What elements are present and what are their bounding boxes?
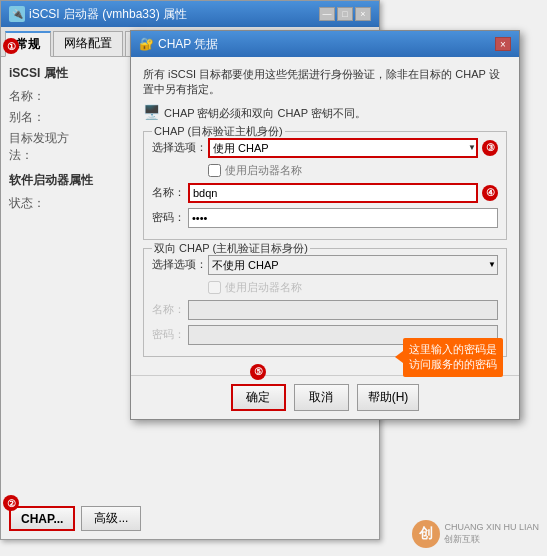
- titlebar-controls: — □ ×: [319, 7, 371, 21]
- prop-label-discovery: 目标发现方法：: [9, 130, 89, 164]
- prop-label-name: 名称：: [9, 88, 89, 105]
- chap-name-input[interactable]: [188, 183, 478, 203]
- confirm-wrapper: ⑤ 确定: [231, 384, 286, 411]
- mutual-chap-name-row: 名称：: [152, 300, 498, 320]
- dialog-footer: ⑤ 确定 取消 帮助(H): [131, 375, 519, 419]
- annotation-tooltip: 这里输入的密码是访问服务的的密码: [403, 338, 503, 377]
- main-titlebar: 🔌 iSCSI 启动器 (vmhba33) 属性 — □ ×: [1, 1, 379, 27]
- advanced-button[interactable]: 高级...: [81, 506, 141, 531]
- chap-name-label: 名称：: [152, 185, 188, 200]
- mutual-chap-section-title: 双向 CHAP (主机验证目标身份): [152, 241, 310, 256]
- help-button[interactable]: 帮助(H): [357, 384, 420, 411]
- watermark-line2: 创新互联: [444, 534, 539, 546]
- chap-select-row: 选择选项： 使用 CHAP 不使用 CHAP ③: [152, 138, 498, 158]
- dialog-info-text: 所有 iSCSI 目标都要使用这些凭据进行身份验证，除非在目标的 CHAP 设置…: [143, 67, 507, 98]
- mutual-chap-select-row: 选择选项： 不使用 CHAP 使用 CHAP ▼: [152, 255, 498, 275]
- mutual-chap-select[interactable]: 不使用 CHAP 使用 CHAP: [208, 255, 498, 275]
- chap-select-wrapper: 使用 CHAP 不使用 CHAP: [208, 138, 478, 158]
- watermark: 创 CHUANG XIN HU LIAN 创新互联: [412, 520, 539, 548]
- chap-section-title: CHAP (目标验证主机身份): [152, 124, 285, 139]
- chap-dialog: 🔐 CHAP 凭据 × 所有 iSCSI 目标都要使用这些凭据进行身份验证，除非…: [130, 30, 520, 420]
- annotation-circle-3: ③: [482, 140, 498, 156]
- chap-button[interactable]: CHAP...: [9, 506, 75, 531]
- tab-network[interactable]: 网络配置: [53, 31, 123, 56]
- mutual-chap-secret-label: 密码：: [152, 327, 188, 342]
- chap-secret-label: 密码：: [152, 210, 188, 225]
- prop-label-alias: 别名：: [9, 109, 89, 126]
- annotation-circle-2: ②: [3, 495, 19, 511]
- watermark-logo: 创: [412, 520, 440, 548]
- chap-section: CHAP (目标验证主机身份) 选择选项： 使用 CHAP 不使用 CHAP ③…: [143, 131, 507, 240]
- watermark-logo-text: 创: [419, 525, 433, 543]
- annotation-text: 这里输入的密码是访问服务的的密码: [409, 343, 497, 370]
- note-icon: 🖥️: [143, 104, 160, 120]
- mutual-chap-name-label: 名称：: [152, 302, 188, 317]
- close-button[interactable]: ×: [355, 7, 371, 21]
- annotation-circle-1: ①: [3, 38, 19, 54]
- chap-checkbox-label: 使用启动器名称: [225, 163, 302, 178]
- chap-secret-input[interactable]: [188, 208, 498, 228]
- mutual-chap-select-label: 选择选项：: [152, 257, 208, 272]
- chap-select[interactable]: 使用 CHAP 不使用 CHAP: [208, 138, 478, 158]
- watermark-line1: CHUANG XIN HU LIAN: [444, 522, 539, 534]
- cancel-button[interactable]: 取消: [294, 384, 349, 411]
- chap-name-row: 名称： ④: [152, 183, 498, 203]
- main-titlebar-left: 🔌 iSCSI 启动器 (vmhba33) 属性: [9, 6, 187, 23]
- watermark-text-block: CHUANG XIN HU LIAN 创新互联: [444, 522, 539, 545]
- minimize-button[interactable]: —: [319, 7, 335, 21]
- annotation-arrow: [395, 351, 403, 363]
- mutual-chap-name-input[interactable]: [188, 300, 498, 320]
- mutual-select-wrapper: 不使用 CHAP 使用 CHAP ▼: [208, 255, 498, 275]
- mutual-chap-use-initiator-checkbox[interactable]: [208, 281, 221, 294]
- dialog-title: CHAP 凭据: [158, 36, 218, 53]
- dialog-title-icon: 🔐: [139, 37, 154, 51]
- annotation-circle-4: ④: [482, 185, 498, 201]
- dialog-close-button[interactable]: ×: [495, 37, 511, 51]
- main-title: iSCSI 启动器 (vmhba33) 属性: [29, 6, 187, 23]
- dialog-body: 所有 iSCSI 目标都要使用这些凭据进行身份验证，除非在目标的 CHAP 设置…: [131, 57, 519, 375]
- mutual-chap-checkbox-row: 使用启动器名称: [208, 280, 498, 295]
- mutual-chap-checkbox-label: 使用启动器名称: [225, 280, 302, 295]
- chap-select-label: 选择选项：: [152, 140, 208, 155]
- dialog-titlebar-left: 🔐 CHAP 凭据: [139, 36, 218, 53]
- annotation-circle-5: ⑤: [250, 364, 266, 380]
- prop-label-status: 状态：: [9, 195, 89, 212]
- main-bottom-buttons: CHAP... 高级...: [9, 506, 141, 531]
- chap-checkbox-row: 使用启动器名称: [208, 163, 498, 178]
- dialog-titlebar: 🔐 CHAP 凭据 ×: [131, 31, 519, 57]
- chap-note-text: CHAP 密钥必须和双向 CHAP 密钥不同。: [164, 106, 366, 121]
- chap-note: 🖥️ CHAP 密钥必须和双向 CHAP 密钥不同。: [143, 106, 507, 121]
- maximize-button[interactable]: □: [337, 7, 353, 21]
- confirm-button[interactable]: 确定: [231, 384, 286, 411]
- chap-secret-row: 密码： 这里输入的密码是访问服务的的密码: [152, 208, 498, 228]
- iscsi-icon: 🔌: [9, 6, 25, 22]
- chap-use-initiator-checkbox[interactable]: [208, 164, 221, 177]
